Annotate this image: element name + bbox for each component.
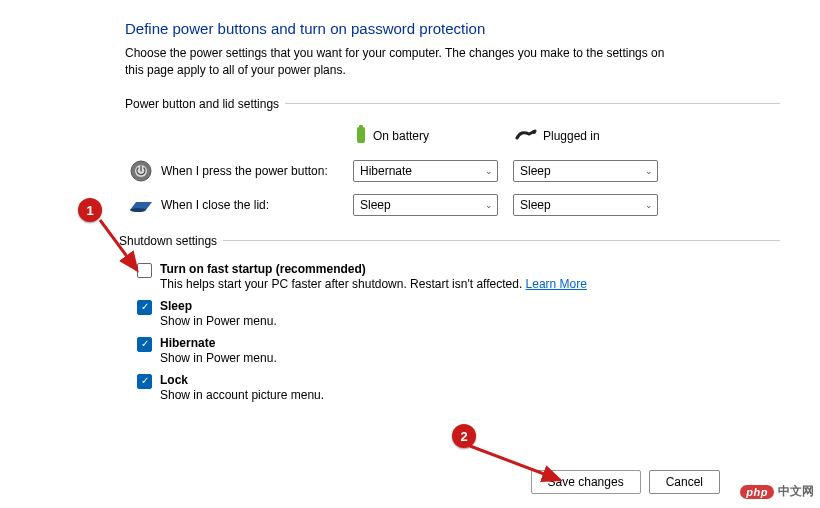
sleep-title: Sleep	[160, 299, 277, 313]
sleep-checkbox[interactable]: ✓	[137, 300, 152, 315]
power-button-battery-select[interactable]: Hibernate ⌄	[353, 160, 498, 182]
plug-icon	[515, 128, 537, 145]
hibernate-title: Hibernate	[160, 336, 277, 350]
lock-title: Lock	[160, 373, 324, 387]
power-button-plugged-select[interactable]: Sleep ⌄	[513, 160, 658, 182]
page-subtitle: Choose the power settings that you want …	[125, 45, 685, 79]
chevron-down-icon: ⌄	[485, 166, 493, 176]
svg-rect-1	[359, 125, 363, 128]
svg-point-2	[532, 130, 536, 134]
fast-startup-checkbox[interactable]	[137, 263, 152, 278]
chevron-down-icon: ⌄	[485, 200, 493, 210]
callout-2: 2	[452, 424, 476, 448]
page-title: Define power buttons and turn on passwor…	[125, 20, 780, 37]
fast-startup-title: Turn on fast startup (recommended)	[160, 262, 587, 276]
column-on-battery: On battery	[355, 125, 515, 148]
svg-point-5	[130, 208, 146, 212]
hibernate-checkbox[interactable]: ✓	[137, 337, 152, 352]
hibernate-desc: Show in Power menu.	[160, 351, 277, 365]
callout-1: 1	[78, 198, 102, 222]
lid-label: When I close the lid:	[157, 198, 353, 212]
cancel-button[interactable]: Cancel	[649, 470, 720, 494]
chevron-down-icon: ⌄	[645, 200, 653, 210]
chevron-down-icon: ⌄	[645, 166, 653, 176]
lid-battery-select[interactable]: Sleep ⌄	[353, 194, 498, 216]
lock-desc: Show in account picture menu.	[160, 388, 324, 402]
svg-rect-0	[357, 127, 365, 143]
watermark: php 中文网	[740, 483, 814, 500]
power-button-label: When I press the power button:	[157, 164, 353, 178]
lock-checkbox[interactable]: ✓	[137, 374, 152, 389]
lid-plugged-select[interactable]: Sleep ⌄	[513, 194, 658, 216]
column-plugged-in: Plugged in	[515, 128, 675, 145]
fast-startup-desc: This helps start your PC faster after sh…	[160, 277, 587, 291]
sleep-desc: Show in Power menu.	[160, 314, 277, 328]
lid-icon	[125, 196, 157, 214]
section-header-shutdown: Shutdown settings	[119, 234, 780, 248]
save-changes-button[interactable]: Save changes	[531, 470, 641, 494]
section-header-power: Power button and lid settings	[125, 97, 780, 111]
learn-more-link[interactable]: Learn More	[526, 277, 587, 291]
battery-icon	[355, 125, 367, 148]
power-button-icon	[125, 160, 157, 182]
